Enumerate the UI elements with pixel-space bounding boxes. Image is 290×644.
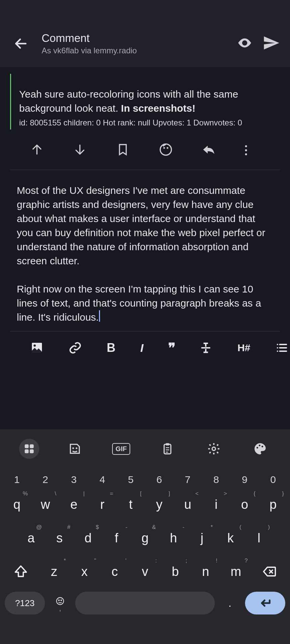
key-2[interactable]: 2 <box>31 471 60 488</box>
kb-row-1: q%w\e|r=t[y]u<i>o{p} <box>3 489 287 520</box>
sticker-icon <box>68 442 82 455</box>
key-f[interactable]: f- <box>102 523 131 553</box>
key-5[interactable]: 5 <box>116 471 145 488</box>
key-z[interactable]: z* <box>39 556 69 587</box>
downvote-button[interactable] <box>73 143 87 158</box>
key-k[interactable]: k( <box>216 523 245 553</box>
key-w[interactable]: w\ <box>31 489 60 520</box>
italic-icon: I <box>140 341 143 355</box>
key-e[interactable]: e| <box>60 489 88 520</box>
bookmark-button[interactable] <box>116 143 130 158</box>
key-u[interactable]: u< <box>174 489 202 520</box>
back-button[interactable] <box>7 36 35 51</box>
app-header: Comment As vk6flab via lemmy.radio <box>0 0 290 67</box>
svg-point-1 <box>163 147 165 149</box>
key-hint: $ <box>96 524 99 531</box>
key-1[interactable]: 1 <box>3 471 31 488</box>
key-hint: | <box>83 490 85 497</box>
key-j[interactable]: j* <box>188 523 216 553</box>
editor-text: Most of the UX designers I've met are co… <box>17 185 268 323</box>
key-t[interactable]: t[ <box>116 489 145 520</box>
key-4[interactable]: 4 <box>88 471 116 488</box>
svg-point-10 <box>76 447 78 449</box>
image-button[interactable] <box>30 341 44 355</box>
space-key[interactable] <box>75 592 215 614</box>
kb-sticker-button[interactable] <box>64 442 86 455</box>
reply-button[interactable] <box>202 143 215 158</box>
period-key[interactable]: . <box>218 597 242 609</box>
kb-apps-button[interactable] <box>19 439 39 459</box>
list-button[interactable] <box>275 341 289 355</box>
svg-point-17 <box>57 597 64 604</box>
preview-button[interactable] <box>237 35 252 52</box>
key-hint: > <box>224 490 227 497</box>
arrow-left-icon <box>13 36 28 51</box>
key-hint: ? <box>245 557 248 564</box>
key-c[interactable]: c' <box>100 556 130 587</box>
key-q[interactable]: q% <box>3 489 31 520</box>
svg-rect-7 <box>25 449 29 453</box>
bold-button[interactable]: B <box>107 341 115 355</box>
image-icon <box>30 341 44 355</box>
key-hint: \ <box>55 490 56 497</box>
symbols-label: ?123 <box>15 598 35 608</box>
key-a[interactable]: a@ <box>17 523 45 553</box>
shift-key[interactable] <box>5 556 37 587</box>
format-toolbar: B I ❜❜ H# <box>10 331 280 362</box>
backspace-key[interactable] <box>253 556 285 587</box>
svg-point-13 <box>212 447 215 450</box>
key-hint: - <box>126 524 128 531</box>
header-title: Comment <box>42 32 237 45</box>
key-7[interactable]: 7 <box>174 471 202 488</box>
key-hint: ] <box>168 490 170 497</box>
comment-editor[interactable]: Most of the UX designers I've met are co… <box>0 170 290 331</box>
header-subtitle: As vk6flab via lemmy.radio <box>42 46 237 55</box>
key-h[interactable]: h- <box>159 523 188 553</box>
svg-point-18 <box>58 600 59 600</box>
key-r[interactable]: r= <box>88 489 116 520</box>
kb-theme-button[interactable] <box>249 442 271 455</box>
kb-bottom-row: ?123 , . <box>0 590 290 616</box>
key-6[interactable]: 6 <box>145 471 174 488</box>
backspace-icon <box>262 564 277 579</box>
emoji-key[interactable]: , <box>48 596 72 610</box>
heading-button[interactable]: H# <box>237 342 250 354</box>
key-d[interactable]: d$ <box>74 523 102 553</box>
key-0[interactable]: 0 <box>259 471 287 488</box>
more-button[interactable] <box>245 145 247 155</box>
key-8[interactable]: 8 <box>202 471 231 488</box>
kb-settings-button[interactable] <box>203 442 225 455</box>
kb-gif-button[interactable]: GIF <box>110 443 132 455</box>
key-s[interactable]: s# <box>45 523 74 553</box>
key-v[interactable]: v: <box>130 556 160 587</box>
send-button[interactable] <box>262 34 280 53</box>
key-p[interactable]: p} <box>259 489 287 520</box>
quoted-text-bold: In screenshots! <box>121 103 196 114</box>
key-g[interactable]: g& <box>131 523 159 553</box>
upvote-button[interactable] <box>30 143 44 158</box>
kb-clipboard-button[interactable] <box>157 442 178 455</box>
key-l[interactable]: l) <box>245 523 273 553</box>
enter-key[interactable] <box>245 592 285 614</box>
key-3[interactable]: 3 <box>60 471 88 488</box>
key-b[interactable]: b; <box>160 556 190 587</box>
key-hint: * <box>64 557 66 564</box>
bold-icon: B <box>107 341 115 355</box>
face-icon <box>159 143 173 156</box>
key-m[interactable]: m? <box>221 556 251 587</box>
key-hint: = <box>110 490 113 497</box>
italic-button[interactable]: I <box>140 341 143 355</box>
kb-row-2: a@s#d$f-g&h-j*k(l) <box>3 523 287 553</box>
quote-button[interactable]: ❜❜ <box>168 340 174 356</box>
key-o[interactable]: o{ <box>230 489 259 520</box>
key-i[interactable]: i> <box>202 489 231 520</box>
link-button[interactable] <box>68 341 82 355</box>
symbols-key[interactable]: ?123 <box>5 592 45 614</box>
quoted-meta: id: 8005155 children: 0 Hot rank: null U… <box>19 118 290 127</box>
key-9[interactable]: 9 <box>230 471 259 488</box>
key-y[interactable]: y] <box>145 489 174 520</box>
key-n[interactable]: n! <box>190 556 221 587</box>
strikethrough-button[interactable] <box>199 341 212 355</box>
key-x[interactable]: x" <box>69 556 99 587</box>
profile-button[interactable] <box>159 143 173 158</box>
